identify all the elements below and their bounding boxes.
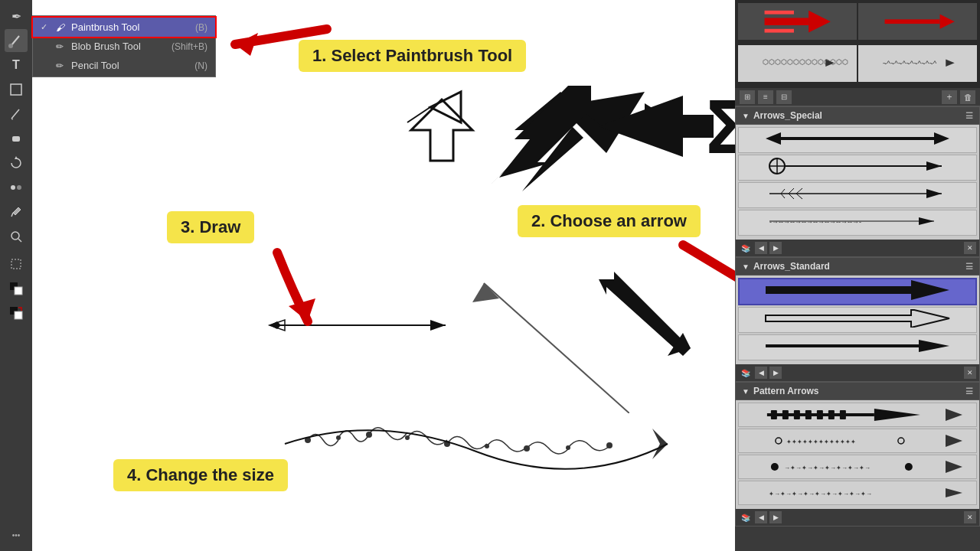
brush-row-thin-arrow[interactable] <box>738 334 977 360</box>
tool-dropdown-menu: ✓ 🖌 Paintbrush Tool (B) ✏ Blob Brush Too… <box>32 15 216 77</box>
tool-eyedropper[interactable] <box>5 201 28 223</box>
svg-point-90 <box>898 438 904 444</box>
arrows-special-header[interactable]: ▼ Arrows_Special ☰ <box>736 107 979 125</box>
svg-rect-16 <box>15 311 22 319</box>
svg-marker-87 <box>946 409 962 421</box>
pattern-brush-row-3[interactable]: →✦→✦→✦→✦→✦→✦→✦→ <box>738 455 977 479</box>
arrows-special-panel: ▼ Arrows_Special ☰ <box>735 106 980 257</box>
svg-marker-58 <box>766 132 949 145</box>
thumb-cell-2 <box>858 3 977 40</box>
svg-rect-82 <box>805 410 812 419</box>
thumb-cell-1 <box>738 3 857 40</box>
next-btn-pattern[interactable]: ▶ <box>769 511 782 523</box>
pattern-arrows-header[interactable]: ▼ Pattern Arrows ☰ <box>736 383 979 400</box>
svg-line-9 <box>11 213 13 217</box>
svg-line-66 <box>781 189 785 194</box>
brush-row-circle-arrow[interactable] <box>738 155 977 181</box>
svg-marker-75 <box>766 280 949 300</box>
tool-rotate[interactable] <box>5 152 28 174</box>
thumb-cell-3: ⬡⬡⬡⬡⬡⬡⬡⬡⬡⬡⬡⬡⬡⬡ <box>738 45 857 82</box>
brush-row-solid-arrow[interactable] <box>738 278 977 305</box>
expand-icon-pattern: ▼ <box>742 387 750 396</box>
special-panel-nav: 📚 ◀ ▶ ✕ <box>736 240 979 256</box>
next-btn-special[interactable]: ▶ <box>769 242 782 254</box>
svg-marker-22 <box>411 99 472 161</box>
svg-line-11 <box>18 239 21 242</box>
prev-btn-standard[interactable]: ◀ <box>755 367 767 379</box>
tool-blend[interactable] <box>5 176 28 199</box>
panel-menu-icon-standard[interactable]: ☰ <box>965 262 973 272</box>
tool-artboard[interactable] <box>5 253 28 276</box>
panel-menu-icon-special[interactable]: ☰ <box>965 111 973 121</box>
tool-color-fill[interactable] <box>5 277 28 300</box>
canvas-left-arrow <box>599 88 714 165</box>
tool-color-swap[interactable] <box>5 302 28 324</box>
panel-list-view-btn[interactable]: ≡ <box>758 90 773 104</box>
lib-icon-standard[interactable]: 📚 <box>739 366 753 380</box>
standard-panel-nav: 📚 ◀ ▶ ✕ <box>736 364 979 381</box>
close-btn-special[interactable]: ✕ <box>964 242 976 254</box>
tool-rectangle[interactable] <box>5 78 28 101</box>
svg-line-67 <box>781 194 785 198</box>
dropdown-item-blob-brush[interactable]: ✏ Blob Brush Tool (Shift+B) <box>33 37 215 56</box>
panel-new-btn[interactable]: + <box>942 90 957 104</box>
svg-point-10 <box>11 232 19 240</box>
canvas-arrow-outline <box>400 88 484 172</box>
main-canvas: 1. Select Paintbrush Tool 2. Choose an a… <box>32 0 735 551</box>
brush-row-outline-arrow[interactable] <box>738 307 977 333</box>
svg-marker-61 <box>926 161 942 171</box>
svg-marker-30 <box>430 320 446 331</box>
tool-zoom[interactable] <box>5 225 28 248</box>
tool-more[interactable]: ••• <box>5 523 28 546</box>
svg-point-43 <box>606 442 612 448</box>
svg-marker-91 <box>946 435 962 447</box>
blob-brush-shortcut: (Shift+B) <box>172 41 207 52</box>
svg-rect-2 <box>11 84 21 95</box>
tool-eraser[interactable] <box>5 127 28 150</box>
panel-thumbnail-view-btn[interactable]: ⊞ <box>740 90 755 104</box>
panel-menu-icon-pattern[interactable]: ☰ <box>965 386 973 396</box>
tool-pen[interactable]: ✒ <box>5 5 28 28</box>
prev-btn-special[interactable]: ◀ <box>755 242 767 254</box>
tool-pencil[interactable] <box>5 103 28 126</box>
svg-marker-97 <box>946 488 962 497</box>
pattern-brush-row-2[interactable]: ✦✦✦✦✦✦✦✦✦✦✦✦✦ <box>738 429 977 453</box>
dropdown-item-pencil[interactable]: ✏ Pencil Tool (N) <box>33 56 215 75</box>
brush-row-decorative-arrow[interactable]: -→--→--→--→--→--→--→--→- <box>738 210 977 236</box>
svg-text:-→--→--→--→--→--→--→--→-: -→--→--→--→--→--→--→--→- <box>769 218 861 226</box>
pattern-arrows-body: ✦✦✦✦✦✦✦✦✦✦✦✦✦ →✦→✦→✦→✦→✦→✦→✦→ <box>736 400 979 509</box>
lib-icon-special[interactable]: 📚 <box>739 241 753 255</box>
prev-btn-pattern[interactable]: ◀ <box>755 511 767 523</box>
panel-icons-row: ⊞ ≡ ⊟ + 🗑 <box>735 88 980 106</box>
close-btn-pattern[interactable]: ✕ <box>964 511 976 523</box>
lib-icon-pattern[interactable]: 📚 <box>739 510 753 524</box>
brush-row-double-arrow[interactable] <box>738 127 977 153</box>
tool-type[interactable]: T <box>5 54 28 77</box>
close-btn-standard[interactable]: ✕ <box>964 367 976 379</box>
next-btn-standard[interactable]: ▶ <box>769 367 782 379</box>
brush-row-feather-arrow[interactable] <box>738 182 977 208</box>
arrows-standard-header[interactable]: ▼ Arrows_Standard ☰ <box>736 258 979 276</box>
pattern-brush-row-1[interactable] <box>738 403 977 427</box>
svg-line-70 <box>796 188 802 194</box>
tool-paintbrush[interactable] <box>5 29 28 52</box>
canvas-vine-arrow <box>277 398 675 490</box>
pencil-shortcut: (N) <box>194 60 207 71</box>
panel-view3-btn[interactable]: ⊟ <box>776 90 792 104</box>
blob-brush-label: Blob Brush Tool <box>71 41 141 52</box>
svg-line-3 <box>11 109 19 119</box>
left-toolbar: ✒ T <box>0 0 32 551</box>
pencil-icon: ✏ <box>56 60 67 71</box>
svg-marker-77 <box>766 340 949 352</box>
svg-point-8 <box>17 185 21 190</box>
panel-delete-btn[interactable]: 🗑 <box>960 90 975 104</box>
svg-point-7 <box>11 185 15 190</box>
step2-label: 2. Choose an arrow <box>518 205 701 237</box>
svg-rect-85 <box>840 410 846 419</box>
dropdown-item-paintbrush[interactable]: ✓ 🖌 Paintbrush Tool (B) <box>33 18 215 37</box>
svg-marker-25 <box>499 86 591 178</box>
svg-rect-52 <box>884 19 939 24</box>
svg-marker-57 <box>946 60 955 67</box>
pattern-brush-row-4[interactable]: ✦→✦→✦→✦→✦→✦→✦→✦→✦→ <box>738 481 977 505</box>
check-icon: ✓ <box>41 22 51 32</box>
